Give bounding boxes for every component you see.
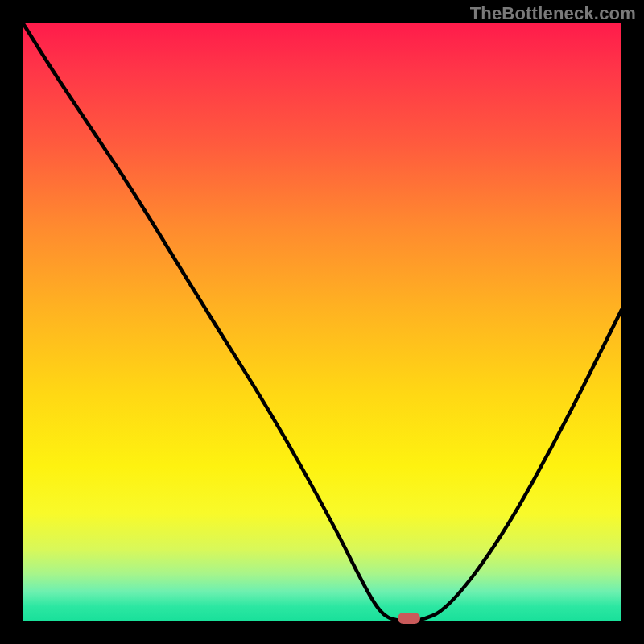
watermark-text: TheBottleneck.com [470,3,636,24]
optimum-marker [398,613,420,624]
bottleneck-curve [23,23,621,621]
chart-frame: TheBottleneck.com [0,0,644,644]
plot-area [23,23,621,621]
